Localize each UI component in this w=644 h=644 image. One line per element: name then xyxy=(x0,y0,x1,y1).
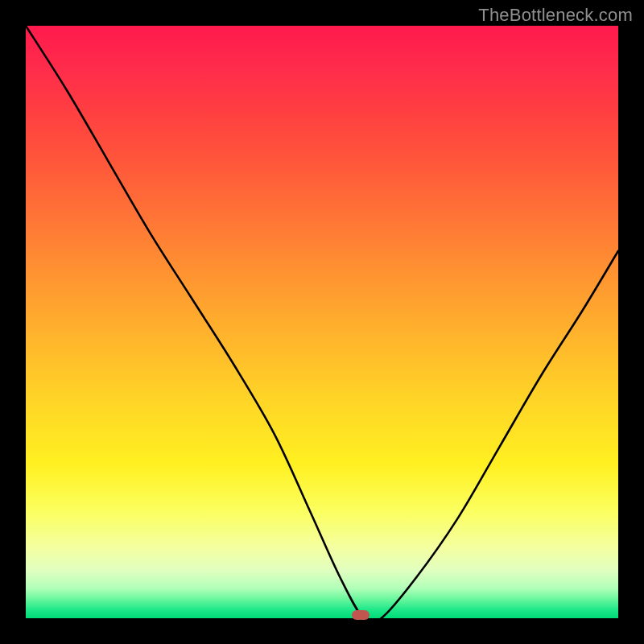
watermark-text: TheBottleneck.com xyxy=(478,5,633,26)
bottleneck-curve xyxy=(26,26,618,618)
plot-area xyxy=(26,26,618,618)
optimal-point-marker xyxy=(352,610,369,620)
chart-frame: TheBottleneck.com xyxy=(0,0,644,644)
